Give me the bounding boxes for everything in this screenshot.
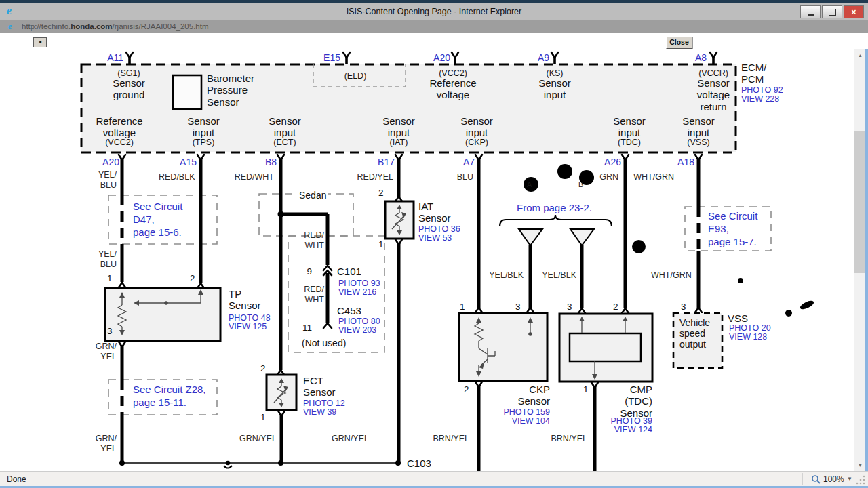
vss-cell-code: (VSS): [671, 138, 726, 148]
cmp-pin3-number: 3: [567, 302, 572, 312]
cmp-view-link[interactable]: VIEW 124: [604, 425, 652, 435]
c453-label: C453: [337, 305, 361, 317]
not-used-label: (Not used): [302, 338, 346, 348]
triangle-a: [519, 229, 542, 245]
tdc-cell-name: Sensor input: [602, 115, 656, 139]
tp-sensor-label: TP Sensor: [229, 288, 261, 312]
pin-a20-link[interactable]: A20: [95, 157, 119, 167]
see-circuit-e93-link[interactable]: See Circuit E93, page 15-7.: [708, 210, 757, 248]
pin-a15-link[interactable]: A15: [174, 157, 197, 167]
zoom-level-button[interactable]: 100%: [823, 474, 844, 484]
see-circuit-z28-link[interactable]: See Circuit Z28, page 15-11.: [133, 384, 206, 409]
wire-red-yel: RED/YEL: [353, 172, 393, 182]
wiring-diagram-graphics: [0, 49, 854, 471]
c103-label: C103: [407, 458, 431, 469]
toolbar-row: ◄ Close: [0, 33, 868, 49]
wire-red-wht-sedan-1: RED/ WHT: [297, 230, 324, 250]
vss-cell-name: Sensor input: [671, 115, 726, 139]
ecm-top-pins: [126, 52, 717, 64]
tps-cell-name: Sensor input: [176, 115, 231, 139]
maximize-icon: [829, 9, 836, 16]
close-page-button[interactable]: Close: [666, 37, 692, 49]
tp-pin2-number: 2: [190, 273, 195, 284]
close-window-button[interactable]: ×: [844, 5, 864, 18]
cmp-pin1-number: 1: [583, 384, 589, 395]
triangle-a-label: A: [527, 180, 532, 189]
ect-cell-name: Sensor input: [258, 115, 312, 139]
status-text: Done: [7, 474, 26, 484]
pin-b17-link[interactable]: B17: [370, 157, 395, 167]
iat-sensor-label: IAT Sensor: [418, 201, 451, 224]
window-title: ISIS-Content Opening Page - Internet Exp…: [0, 7, 868, 16]
pin-a8-link[interactable]: A8: [688, 52, 707, 63]
browser-window: e ISIS-Content Opening Page - Internet E…: [0, 0, 868, 488]
minimize-button[interactable]: [800, 5, 821, 18]
vss-view-link[interactable]: VIEW 128: [729, 332, 767, 342]
iat-view-link[interactable]: VIEW 53: [418, 233, 452, 243]
pin-e15-link[interactable]: E15: [319, 52, 340, 63]
address-bar[interactable]: e http://techinfo.honda.com/rjanisis/RJA…: [0, 20, 868, 34]
tps-cell-code: (TPS): [176, 138, 231, 148]
pin-a26-link[interactable]: A26: [598, 157, 621, 167]
pin-a7-link[interactable]: A7: [456, 157, 475, 167]
eld-code: (ELD): [336, 71, 374, 81]
wire-yel-blu-2: YEL/ BLU: [87, 249, 117, 269]
maximize-button[interactable]: [822, 5, 842, 18]
see-circuit-d47-link[interactable]: See Circuit D47, page 15-6.: [133, 201, 182, 239]
back-button[interactable]: ◄: [33, 37, 47, 47]
scroll-up-button[interactable]: ▲: [854, 49, 866, 61]
iat-pin1-number: 1: [378, 239, 384, 250]
scrollbar-thumb[interactable]: [854, 131, 865, 273]
tp-view-link[interactable]: VIEW 125: [229, 322, 267, 332]
triangle-b: [570, 229, 594, 245]
from-page-link[interactable]: From page 23-2.: [517, 202, 592, 214]
wire-grn-yel-iat: GRN/YEL: [331, 434, 369, 444]
page-favicon-icon: e: [8, 21, 12, 32]
ecm-view-link[interactable]: VIEW 228: [741, 94, 779, 104]
cmp-sensor-label: CMP (TDC) Sensor: [604, 384, 652, 419]
wire-red-wht: RED/WHT: [233, 172, 274, 182]
barometer-sensor-box: [173, 75, 201, 109]
ect-sensor-label: ECT Sensor: [303, 375, 336, 399]
window-right-edge: [865, 49, 868, 488]
vcc2-top-name: Reference voltage: [426, 77, 480, 101]
pin-b8-link[interactable]: B8: [258, 157, 277, 167]
tdc-cell-code: (TDC): [602, 138, 656, 148]
sg1-name: Sensor ground: [102, 77, 156, 101]
c101-label: C101: [337, 266, 361, 277]
wire-red-blk: RED/BLK: [159, 172, 194, 182]
c101-view-link[interactable]: VIEW 216: [338, 287, 376, 298]
url-text[interactable]: http://techinfo.honda.com/rjanisis/RJAAI…: [22, 22, 209, 30]
pin-a9-link[interactable]: A9: [530, 52, 549, 63]
ecm-pcm-label: ECM/ PCM: [741, 62, 767, 85]
c453-view-link[interactable]: VIEW 203: [338, 325, 376, 336]
zoom-dropdown-caret-icon[interactable]: ▼: [847, 476, 852, 482]
ect-pin2-number: 2: [260, 363, 266, 374]
ckp-sensor-label: CKP Sensor: [496, 384, 550, 407]
status-bar: Done 100% ▼: [0, 471, 868, 487]
pin-a20-top-link[interactable]: A20: [426, 52, 450, 63]
ref-voltage-code: (VCC2): [92, 138, 146, 148]
c103-ground-line: [119, 460, 401, 468]
iat-cell-code: (IAT): [372, 138, 426, 148]
wire-yel-blk-a: YEL/BLK: [486, 270, 524, 281]
wire-grn-yel-lower: GRN/ YEL: [87, 434, 117, 453]
ckp-sensor-box: [459, 313, 547, 381]
wire-brn-yel-cmp: BRN/YEL: [549, 434, 587, 444]
scroll-down-button[interactable]: ▼: [854, 460, 866, 471]
wire-red-wht-sedan-2: RED/ WHT: [297, 285, 324, 304]
zoom-magnifier-icon: [811, 474, 821, 484]
cmp-pin2-number: 2: [613, 302, 618, 312]
ckp-pin1-number: 1: [460, 302, 465, 312]
resize-grip-icon[interactable]: [856, 475, 865, 485]
wire-yel-blu-1: YEL/ BLU: [87, 170, 117, 190]
pin-a11-link[interactable]: A11: [102, 52, 123, 63]
from-page-brace: [500, 215, 612, 226]
ckp-cell-code: (CKP): [450, 138, 504, 148]
minimize-icon: [808, 14, 814, 16]
ckp-view-link[interactable]: VIEW 104: [496, 416, 550, 426]
pin-a18-link[interactable]: A18: [670, 157, 694, 167]
ect-view-link[interactable]: VIEW 39: [303, 407, 336, 418]
wire-yel-blk-b: YEL/BLK: [538, 270, 576, 281]
sedan-label: Sedan: [297, 190, 328, 201]
